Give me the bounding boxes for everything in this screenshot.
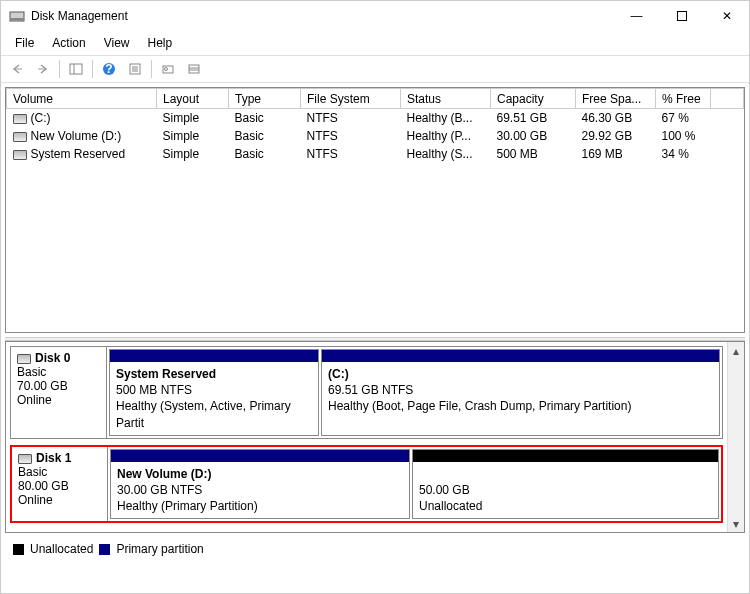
volume-row[interactable]: (C:) Simple Basic NTFS Healthy (B... 69.…: [7, 109, 744, 128]
disk-row-0[interactable]: Disk 0 Basic 70.00 GB Online System Rese…: [10, 346, 723, 439]
legend: Unallocated Primary partition: [5, 537, 745, 561]
col-free[interactable]: Free Spa...: [576, 89, 656, 109]
menu-file[interactable]: File: [7, 34, 42, 52]
graphical-pane: Disk 0 Basic 70.00 GB Online System Rese…: [5, 341, 745, 533]
col-type[interactable]: Type: [229, 89, 301, 109]
col-pfree[interactable]: % Free: [656, 89, 711, 109]
volume-row[interactable]: New Volume (D:) Simple Basic NTFS Health…: [7, 127, 744, 145]
disk-icon: [18, 454, 32, 464]
partition-color-bar: [413, 450, 718, 462]
window-title: Disk Management: [31, 9, 614, 23]
partition-system-reserved[interactable]: System Reserved 500 MB NTFS Healthy (Sys…: [109, 349, 319, 436]
forward-button[interactable]: [31, 58, 55, 80]
toolbar-sep: [92, 60, 93, 78]
volume-table: Volume Layout Type File System Status Ca…: [6, 88, 744, 163]
titlebar: Disk Management — ✕: [1, 1, 749, 31]
disk-row-1[interactable]: Disk 1 Basic 80.00 GB Online New Volume …: [10, 445, 723, 524]
volume-icon: [13, 132, 27, 142]
col-status[interactable]: Status: [401, 89, 491, 109]
toolbar: ?: [1, 55, 749, 83]
scroll-up-icon[interactable]: ▴: [728, 342, 744, 359]
maximize-button[interactable]: [659, 2, 704, 30]
menu-view[interactable]: View: [96, 34, 138, 52]
toolbar-sep: [151, 60, 152, 78]
minimize-button[interactable]: —: [614, 2, 659, 30]
close-button[interactable]: ✕: [704, 2, 749, 30]
help-button[interactable]: ?: [97, 58, 121, 80]
disk-header[interactable]: Disk 0 Basic 70.00 GB Online: [11, 347, 107, 438]
volume-list-pane[interactable]: Volume Layout Type File System Status Ca…: [5, 87, 745, 333]
volume-icon: [13, 150, 27, 160]
col-blank[interactable]: [711, 89, 744, 109]
list-view-button[interactable]: [182, 58, 206, 80]
svg-text:?: ?: [105, 62, 112, 76]
legend-label: Primary partition: [116, 542, 203, 556]
toolbar-sep: [59, 60, 60, 78]
legend-swatch-primary: [99, 544, 110, 555]
svg-rect-2: [677, 12, 686, 21]
back-button[interactable]: [5, 58, 29, 80]
disk-icon: [17, 354, 31, 364]
partition-color-bar: [110, 350, 318, 362]
menu-help[interactable]: Help: [140, 34, 181, 52]
scroll-down-icon[interactable]: ▾: [728, 515, 744, 532]
menu-action[interactable]: Action: [44, 34, 93, 52]
col-fs[interactable]: File System: [301, 89, 401, 109]
partition-color-bar: [111, 450, 409, 462]
svg-rect-1: [11, 18, 23, 20]
legend-label: Unallocated: [30, 542, 93, 556]
partition-color-bar: [322, 350, 719, 362]
col-volume[interactable]: Volume: [7, 89, 157, 109]
vertical-scrollbar[interactable]: ▴ ▾: [727, 342, 744, 532]
show-hide-console-tree-button[interactable]: [64, 58, 88, 80]
partition-c[interactable]: (C:) 69.51 GB NTFS Healthy (Boot, Page F…: [321, 349, 720, 436]
svg-rect-13: [189, 65, 199, 73]
volume-icon: [13, 114, 27, 124]
menubar: File Action View Help: [1, 31, 749, 55]
svg-point-12: [165, 68, 168, 71]
refresh-button[interactable]: [156, 58, 180, 80]
partition-unallocated[interactable]: 50.00 GB Unallocated: [412, 449, 719, 520]
svg-rect-3: [70, 64, 82, 74]
properties-button[interactable]: [123, 58, 147, 80]
col-capacity[interactable]: Capacity: [491, 89, 576, 109]
legend-swatch-unallocated: [13, 544, 24, 555]
disk-header[interactable]: Disk 1 Basic 80.00 GB Online: [12, 447, 108, 522]
volume-row[interactable]: System Reserved Simple Basic NTFS Health…: [7, 145, 744, 163]
partition-new-volume-d[interactable]: New Volume (D:) 30.00 GB NTFS Healthy (P…: [110, 449, 410, 520]
col-layout[interactable]: Layout: [157, 89, 229, 109]
app-icon: [9, 8, 25, 24]
